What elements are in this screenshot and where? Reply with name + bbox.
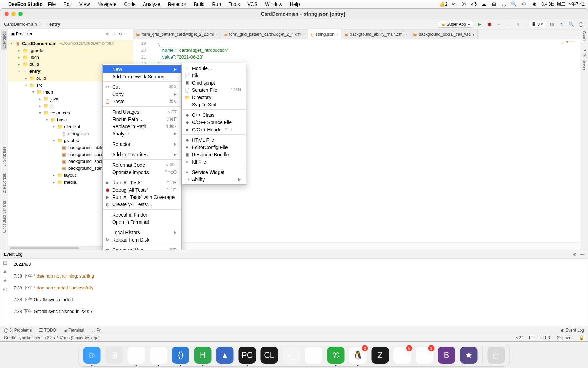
dock-app-safari[interactable]: ◎ <box>128 347 145 364</box>
encoding[interactable]: UTF-8 <box>540 335 551 340</box>
menu-item[interactable]: Local History▶ <box>103 229 181 236</box>
event-log-content[interactable]: 2021/8/3 7:38 下午 * daemon not running; s… <box>10 259 588 326</box>
editor-tab[interactable]: ▣background_social_call_wid▾ <box>410 29 477 39</box>
m-icon[interactable]: Ⓜ <box>461 1 466 7</box>
menu-build[interactable]: Build <box>194 1 205 7</box>
dock-app-qq[interactable]: 🐧2 <box>349 347 367 364</box>
tab-profiler[interactable]: ◡ Pr <box>92 328 100 333</box>
submenu-item[interactable]: 📁Directory <box>182 94 246 101</box>
menu-view[interactable]: View <box>79 1 90 7</box>
menu-item[interactable]: Refactor▶ <box>103 140 181 148</box>
tree-node-idea[interactable]: ▸📁.idea <box>8 54 133 61</box>
menu-item[interactable]: ✂Cut⌘X <box>103 83 181 90</box>
close-icon[interactable]: × <box>405 32 407 36</box>
tab-favorites[interactable]: 2: Favorites <box>2 173 6 193</box>
run-config-selector[interactable]: ▣ Super App ▾ <box>438 21 473 28</box>
chevron-down-icon[interactable]: ▾ <box>30 32 32 36</box>
editor-tab[interactable]: ▣form_grid_pattern_cardwidget_2_4.xml× <box>221 29 309 39</box>
tab-eventlog[interactable]: ◐ Event Log <box>561 328 584 333</box>
menu-item[interactable]: Add to Favorites▶ <box>103 151 181 158</box>
app-name[interactable]: DevEco Studio <box>8 1 43 7</box>
tab-previewer[interactable]: 3: Previewer <box>582 49 586 70</box>
menu-item[interactable]: Replace in Path...⇧⌘R <box>103 123 181 130</box>
target-icon[interactable]: ◎ <box>3 287 7 292</box>
dock-app-ticktick[interactable]: ✓5 <box>394 347 411 364</box>
check-icon[interactable]: ✓5 <box>471 1 476 7</box>
filter-icon[interactable]: ☑ <box>3 261 7 266</box>
dock-app-mail[interactable]: M2 <box>416 347 433 364</box>
chevron-down-icon[interactable]: ▾ <box>472 32 474 37</box>
editor-tab[interactable]: ▣form_grid_pattern_cardwidget_2_2.xml× <box>133 29 221 39</box>
editor-tab[interactable]: ▣background_ability_main.xml× <box>341 29 410 39</box>
editor-breadcrumb[interactable]: value <box>133 242 580 250</box>
close-icon[interactable]: × <box>303 32 305 36</box>
menu-refactor[interactable]: Refactor <box>168 1 186 7</box>
submenu-item[interactable]: ▣Resource Bundle <box>182 151 246 158</box>
submenu-item[interactable]: Svg To Xml <box>182 101 246 108</box>
sync-icon[interactable]: ↻ <box>559 21 565 27</box>
submenu-item[interactable]: 📄Scratch File⇧⌘N <box>182 86 246 94</box>
zoom-button[interactable] <box>18 12 23 16</box>
line-ending[interactable]: LF <box>529 335 534 340</box>
indent[interactable]: 2 spaces <box>557 335 573 340</box>
submenu-item[interactable]: ✦Service Widget <box>182 168 246 176</box>
submenu-item[interactable]: ◆C/C++ Source File <box>182 119 246 126</box>
dock-app-star[interactable]: ★ <box>460 347 478 364</box>
tree-node-gradle[interactable]: ▸📁.gradle <box>8 47 133 54</box>
tab-structure[interactable]: 7: Structure <box>2 147 6 166</box>
submenu-item[interactable]: ✱EditorConfig File <box>182 143 246 151</box>
locate-icon[interactable]: ⊕ <box>106 32 109 36</box>
clock[interactable]: 8月3日 周二 下午7:41 <box>541 1 585 7</box>
submenu-item[interactable]: ◆C++ Class <box>182 111 246 119</box>
stop-button[interactable]: ■ <box>515 21 522 27</box>
menu-item[interactable]: ↻Reload from Disk <box>103 236 181 243</box>
caret-pos[interactable]: 5:22 <box>516 335 524 340</box>
inspection-badge[interactable]: ✓7 ˆ ˇ <box>561 41 574 45</box>
tab-project[interactable]: 1: Project <box>1 31 7 50</box>
editor-tab-active[interactable]: {}string.json× <box>308 29 341 39</box>
menu-edit[interactable]: Edit <box>63 1 72 7</box>
dock-app-huawei[interactable]: ✿ <box>305 347 322 364</box>
tab-terminal[interactable]: ▣ Terminal <box>64 328 84 333</box>
submenu-item[interactable]: ▫Module... <box>182 64 246 72</box>
menu-item[interactable]: ⇄Compare With...⌘D <box>103 246 181 250</box>
close-button[interactable] <box>5 12 9 16</box>
menu-help[interactable]: Help <box>290 1 300 7</box>
tab-problems[interactable]: ◯ 6: Problems <box>4 328 32 333</box>
close-icon[interactable]: × <box>215 32 217 36</box>
project-structure-icon[interactable]: ▥ <box>549 21 555 27</box>
menu-item[interactable]: Analyze▶ <box>103 130 181 137</box>
menu-code[interactable]: Code <box>124 1 135 7</box>
search-icon[interactable]: 🔍 <box>511 1 517 7</box>
profile-button[interactable]: ◡ <box>506 21 512 27</box>
menu-file[interactable]: File <box>48 1 56 7</box>
menu-item[interactable]: Find Usages⌥F7 <box>103 108 181 115</box>
menu-item[interactable]: ◐Create 'All Tests'... <box>103 201 181 208</box>
dock-app-beats[interactable]: B <box>438 347 455 364</box>
close-icon[interactable]: × <box>336 32 338 36</box>
panel-title[interactable]: Project <box>16 32 29 36</box>
tab-todo[interactable]: ☰ TODO <box>39 328 56 333</box>
coverage-button[interactable]: ▸ <box>496 21 502 27</box>
submenu-item[interactable]: ◆C/C++ Header File <box>182 126 246 133</box>
menu-item[interactable]: Reveal in Finder <box>103 211 181 218</box>
menu-item[interactable]: Copy▶ <box>103 90 181 98</box>
dock-app-drive[interactable]: ▲ <box>216 347 234 364</box>
wifi-icon[interactable]: ◡ <box>501 1 507 7</box>
grid-icon[interactable]: ⊞ <box>491 1 497 7</box>
menu-item[interactable]: ▶Run 'All Tests'⌃⇧R <box>103 179 181 186</box>
wechat-tray-icon[interactable]: ☁ <box>481 1 487 7</box>
menu-item[interactable]: Optimize Imports⌃⌥O <box>103 168 181 176</box>
menu-analyze[interactable]: Analyze <box>143 1 160 7</box>
siri-icon[interactable]: ◉ <box>531 1 537 7</box>
dock-app-vscode[interactable]: ⟨⟩ <box>172 347 189 364</box>
menu-item[interactable]: ▶Run 'All Tests' with Coverage <box>103 193 181 201</box>
dock-app-wechat[interactable]: ✆ <box>327 347 345 364</box>
run-button[interactable]: ▶ <box>476 21 483 27</box>
menu-item[interactable]: Find in Path...⇧⌘F <box>103 115 181 123</box>
cloud-icon[interactable]: ∞ <box>451 1 456 7</box>
dock-app-launchpad[interactable]: ⊞ <box>106 347 123 364</box>
submenu-item[interactable]: 📄File <box>182 72 246 79</box>
dock-app-clion[interactable]: CL <box>261 347 278 364</box>
debug-button[interactable]: 🐞 <box>486 21 492 27</box>
